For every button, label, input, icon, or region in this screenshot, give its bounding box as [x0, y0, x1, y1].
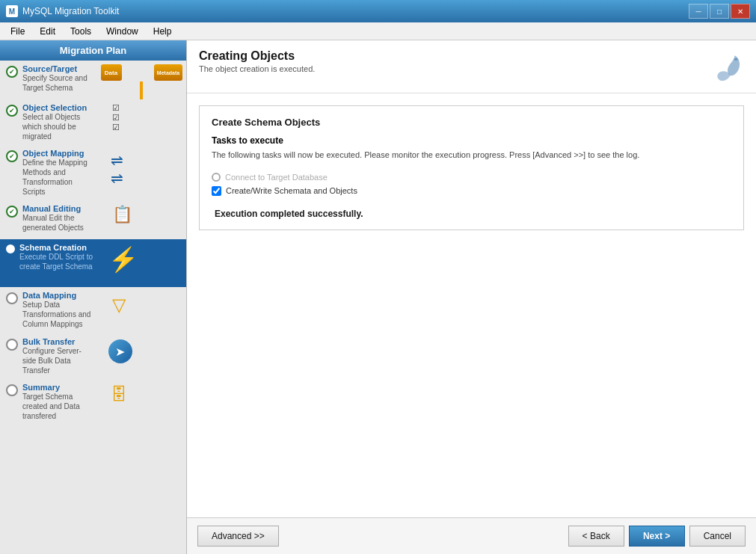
left-panel: Migration Plan ✔ Source/Target Specify S… [0, 40, 187, 554]
metadata-icon: Metadata [154, 64, 182, 81]
step-indicator-object-selection: ✔ [6, 105, 18, 117]
bottom-right: < Back Next > Cancel [568, 526, 746, 547]
window-controls[interactable]: ─ □ ✕ [689, 4, 750, 19]
task-label-connect: Connect to Target Database [225, 173, 328, 182]
step-object-mapping[interactable]: ✔ Object Mapping Define the Mapping Meth… [0, 145, 186, 200]
checkbox-list-icon: ☑ ☑ ☑ [112, 103, 120, 132]
menu-window[interactable]: Window [99, 25, 146, 38]
edit-icon: 📋 [112, 205, 132, 224]
step-text-summary: Summary Target Schema created and Data t… [22, 383, 93, 421]
success-message: Execution completed successfully. [212, 209, 731, 219]
data-icon: Data [101, 64, 122, 81]
app-icon: M [6, 5, 18, 17]
back-button[interactable]: < Back [568, 526, 624, 547]
step-bulk-transfer[interactable]: Bulk Transfer Configure Server-side Bulk… [0, 333, 186, 379]
mapping-icon: ⇌ [111, 151, 123, 169]
menu-file[interactable]: File [3, 25, 32, 38]
step-text-data-mapping: Data Mapping Setup Data Transformations … [22, 291, 93, 329]
step-title-data-mapping: Data Mapping [22, 291, 93, 300]
step-left-schema-creation: Schema Creation Execute DDL Script to cr… [0, 239, 97, 275]
filter-icon: ▽ [112, 295, 126, 316]
task-label-create-schemata: Create/Write Schemata and Objects [226, 186, 357, 195]
step-left-summary: Summary Target Schema created and Data t… [0, 379, 97, 425]
tasks-section: Tasks to execute The following tasks wil… [212, 135, 731, 219]
svg-point-0 [734, 58, 738, 61]
step-indicator-bulk-transfer [6, 339, 18, 351]
step-left-object-mapping: ✔ Object Mapping Define the Mapping Meth… [0, 145, 97, 200]
step-desc-object-mapping: Define the Mapping Methods and Transform… [22, 158, 93, 197]
content-area: Create Schema Objects Tasks to execute T… [187, 93, 756, 517]
step-desc-manual-editing: Manual Edit the generated Objects [22, 213, 93, 233]
task-connect-database: Connect to Target Database [212, 170, 731, 184]
next-button[interactable]: Next > [629, 526, 685, 547]
title-bar: M MySQL Migration Toolkit ─ □ ✕ [0, 0, 756, 22]
step-indicator-manual-editing: ✔ [6, 206, 18, 218]
task-create-schemata: Create/Write Schemata and Objects [212, 184, 731, 198]
maximize-button[interactable]: □ [710, 4, 729, 19]
section-heading: Create Schema Objects [212, 117, 731, 128]
summary-icon: 🗄 [111, 385, 127, 404]
menu-bar: File Edit Tools Window Help [0, 22, 756, 40]
step-object-selection[interactable]: ✔ Object Selection Select all Objects wh… [0, 99, 186, 145]
step-title-source-target: Source/Target [22, 64, 93, 73]
step-title-manual-editing: Manual Editing [22, 204, 93, 213]
mysql-logo [707, 49, 744, 87]
task-radio-connect [212, 173, 221, 182]
data-label: Data [101, 64, 122, 81]
page-subtitle: The object creation is executed. [199, 64, 315, 73]
step-indicator-summary [6, 384, 18, 396]
tasks-desc: The following tasks will now be executed… [212, 149, 731, 161]
step-text-source-target: Source/Target Specify Source and Target … [22, 64, 93, 93]
advanced-button[interactable]: Advanced >> [197, 526, 279, 547]
section-box: Create Schema Objects Tasks to execute T… [199, 105, 744, 230]
step-title-schema-creation: Schema Creation [19, 243, 93, 252]
step-data-mapping[interactable]: Data Mapping Setup Data Transformations … [0, 287, 186, 333]
step-left-data-mapping: Data Mapping Setup Data Transformations … [0, 287, 97, 333]
steps-wrapper: ✔ Source/Target Specify Source and Targe… [0, 61, 186, 425]
step-text-manual-editing: Manual Editing Manual Edit the generated… [22, 204, 93, 233]
step-title-object-selection: Object Selection [22, 103, 93, 112]
menu-help[interactable]: Help [146, 25, 179, 38]
step-desc-data-mapping: Setup Data Transformations and Column Ma… [22, 300, 93, 329]
step-indicator-source-target: ✔ [6, 66, 18, 78]
step-desc-bulk-transfer: Configure Server-side Bulk Data Transfer [22, 346, 93, 375]
step-text-schema-creation: Schema Creation Execute DDL Script to cr… [19, 243, 93, 271]
minimize-button[interactable]: ─ [689, 4, 708, 19]
step-text-object-mapping: Object Mapping Define the Mapping Method… [22, 149, 93, 197]
right-header-text: Creating Objects The object creation is … [199, 49, 315, 73]
tasks-heading: Tasks to execute [212, 135, 731, 146]
page-title: Creating Objects [199, 49, 315, 63]
step-schema-creation[interactable]: Schema Creation Execute DDL Script to cr… [0, 239, 186, 287]
mapping-icon2: ⇌ [111, 169, 123, 187]
main-container: Migration Plan ✔ Source/Target Specify S… [0, 40, 756, 554]
lightning-icon: ⚡ [108, 245, 138, 274]
task-checkbox-create-schemata[interactable] [212, 186, 221, 196]
step-title-summary: Summary [22, 383, 93, 392]
step-left-bulk-transfer: Bulk Transfer Configure Server-side Bulk… [0, 333, 97, 379]
step-manual-editing[interactable]: ✔ Manual Editing Manual Edit the generat… [0, 200, 186, 239]
bottom-left: Advanced >> [197, 526, 279, 547]
step-title-bulk-transfer: Bulk Transfer [22, 337, 93, 346]
window-title: MySQL Migration Toolkit [22, 6, 689, 16]
step-title-object-mapping: Object Mapping [22, 149, 93, 158]
migration-plan-header: Migration Plan [0, 40, 186, 61]
close-button[interactable]: ✕ [731, 4, 750, 19]
step-summary[interactable]: Summary Target Schema created and Data t… [0, 379, 186, 425]
step-left-object-selection: ✔ Object Selection Select all Objects wh… [0, 99, 97, 145]
step-left-source-target: ✔ Source/Target Specify Source and Targe… [0, 61, 97, 96]
step-indicator-object-mapping: ✔ [6, 150, 18, 162]
step-source-target[interactable]: ✔ Source/Target Specify Source and Targe… [0, 61, 186, 99]
step-desc-source-target: Specify Source and Target Schema [22, 73, 93, 93]
step-desc-schema-creation: Execute DDL Script to create Target Sche… [19, 252, 93, 271]
metadata-label: Metadata [154, 64, 182, 81]
step-desc-summary: Target Schema created and Data transfere… [22, 392, 93, 421]
menu-tools[interactable]: Tools [63, 25, 99, 38]
step-left-manual-editing: ✔ Manual Editing Manual Edit the generat… [0, 200, 97, 236]
step-indicator-data-mapping [6, 292, 18, 304]
step-indicator-schema-creation [6, 244, 15, 253]
right-header: Creating Objects The object creation is … [187, 40, 756, 93]
right-panel: Creating Objects The object creation is … [187, 40, 756, 554]
cancel-button[interactable]: Cancel [689, 526, 746, 547]
menu-edit[interactable]: Edit [32, 25, 63, 38]
bulk-transfer-icon: ➤ [108, 339, 132, 363]
